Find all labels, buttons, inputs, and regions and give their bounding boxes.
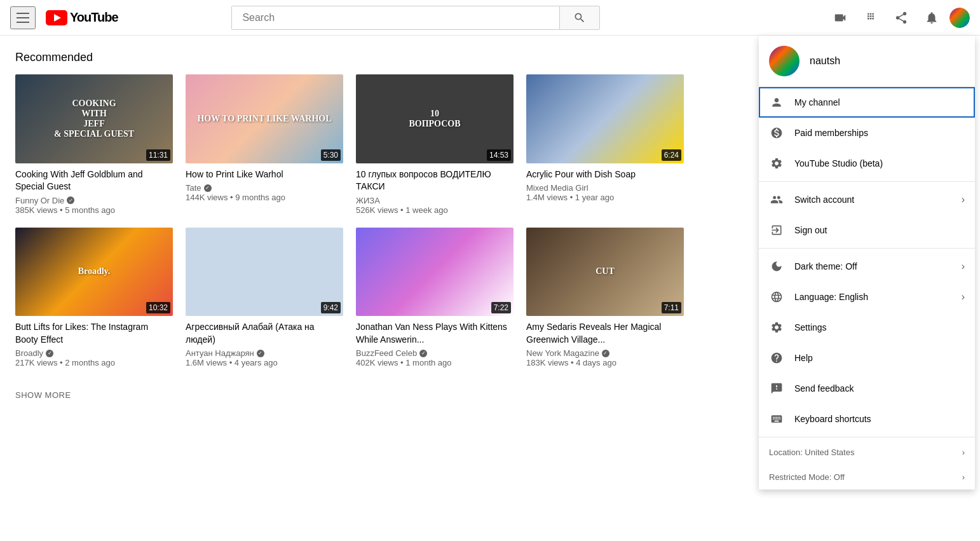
video-duration: 14:53 <box>487 149 511 161</box>
dropdown-item-sign-out[interactable]: Sign out <box>759 215 975 245</box>
dark-theme-chevron: › <box>962 261 965 272</box>
video-title: Jonathan Van Ness Plays With Kittens Whi… <box>356 321 514 346</box>
video-channel: Tate ✓ <box>186 183 343 193</box>
studio-label: YouTube Studio (beta) <box>794 158 965 168</box>
video-title: Cooking With Jeff Goldblum and Special G… <box>15 168 173 193</box>
apps-button[interactable] <box>858 5 883 31</box>
video-card-2[interactable]: 10ВОПРОСОВ 14:53 10 глупых вопросов ВОДИ… <box>356 74 514 215</box>
video-duration: 10:32 <box>146 302 170 313</box>
video-channel: ЖИЗА <box>356 196 514 205</box>
my-channel-icon <box>769 95 784 110</box>
video-card-4[interactable]: Broadly. 10:32 Butt Lifts for Likes: The… <box>15 228 173 368</box>
upload-icon <box>833 11 847 25</box>
dropdown-item-settings[interactable]: Settings <box>759 312 975 343</box>
studio-icon <box>769 156 784 171</box>
verified-badge: ✓ <box>602 350 609 357</box>
dropdown-item-keyboard-shortcuts[interactable]: Keyboard shortcuts <box>759 404 975 410</box>
video-thumbnail: HOW TO PRINT LIKE WARHOL 5:30 <box>186 74 343 163</box>
dropdown-menu: nautsh My channel Paid memberships YouTu… <box>759 36 975 410</box>
youtube-logo-text: YouTube <box>70 10 118 25</box>
video-thumbnail: 6:24 <box>526 74 684 163</box>
video-thumbnail: 7:22 <box>356 228 514 317</box>
video-meta: 217K views • 2 months ago <box>15 358 173 367</box>
video-thumbnail: 9:42 <box>186 228 343 317</box>
thumb-overlay-text <box>186 228 343 317</box>
avatar-button[interactable] <box>949 8 970 28</box>
video-title: Агрессивный Алабай (Атака на людей) <box>186 321 343 346</box>
switch-account-chevron: › <box>962 194 965 205</box>
dropdown-item-paid-memberships[interactable]: Paid memberships <box>759 118 975 148</box>
video-duration: 5:30 <box>321 149 341 161</box>
dark-theme-icon <box>769 259 784 274</box>
dropdown-item-switch-account[interactable]: Switch account › <box>759 184 975 215</box>
video-card-6[interactable]: 7:22 Jonathan Van Ness Plays With Kitten… <box>356 228 514 368</box>
apps-icon <box>864 11 878 25</box>
dropdown-item-language[interactable]: Language: English › <box>759 282 975 312</box>
paid-memberships-label: Paid memberships <box>794 128 965 138</box>
switch-account-label: Switch account <box>794 195 951 205</box>
video-grid: COOKINGWITHJEFF& SPECIAL GUEST 11:31 Coo… <box>15 74 684 367</box>
video-meta: 1.4M views • 1 year ago <box>526 193 684 202</box>
dropdown-item-studio[interactable]: YouTube Studio (beta) <box>759 148 975 179</box>
video-duration: 6:24 <box>662 149 681 161</box>
video-info: Amy Sedaris Reveals Her Magical Greenwic… <box>526 321 684 367</box>
share-button[interactable] <box>888 5 914 31</box>
youtube-logo-icon <box>46 10 67 25</box>
video-info: Jonathan Van Ness Plays With Kittens Whi… <box>356 321 514 367</box>
dropdown-item-dark-theme[interactable]: Dark theme: Off › <box>759 251 975 282</box>
show-more-button[interactable]: SHOW MORE <box>15 380 71 410</box>
video-card-1[interactable]: HOW TO PRINT LIKE WARHOL 5:30 How to Pri… <box>186 74 343 215</box>
video-thumbnail: Broadly. 10:32 <box>15 228 173 317</box>
video-info: Cooking With Jeff Goldblum and Special G… <box>15 168 173 215</box>
send-feedback-label: Send feedback <box>794 383 965 394</box>
video-title: Acrylic Pour with Dish Soap <box>526 168 684 181</box>
dropdown-user-section: nautsh <box>759 36 975 87</box>
search-input[interactable] <box>231 6 559 30</box>
verified-badge: ✓ <box>419 350 427 357</box>
search-button[interactable] <box>559 6 600 30</box>
verified-badge: ✓ <box>67 196 74 204</box>
paid-memberships-icon <box>769 125 784 140</box>
video-channel: Funny Or Die ✓ <box>15 196 173 205</box>
youtube-logo[interactable]: YouTube <box>46 10 118 25</box>
video-channel: New York Magazine ✓ <box>526 348 684 358</box>
thumb-overlay-text: HOW TO PRINT LIKE WARHOL <box>186 74 343 163</box>
video-meta: 402K views • 1 month ago <box>356 358 514 367</box>
thumb-overlay-text: CUT <box>526 228 684 317</box>
hamburger-button[interactable] <box>10 6 36 29</box>
video-thumbnail: COOKINGWITHJEFF& SPECIAL GUEST 11:31 <box>15 74 173 163</box>
upload-button[interactable] <box>827 5 853 31</box>
share-icon <box>894 11 908 25</box>
dropdown-item-send-feedback[interactable]: Send feedback <box>759 373 975 404</box>
thumb-overlay-text <box>526 74 684 163</box>
help-icon <box>769 350 784 366</box>
dropdown-item-help[interactable]: Help <box>759 343 975 373</box>
video-duration: 7:22 <box>491 302 511 313</box>
video-info: 10 глупых вопросов ВОДИТЕЛЮ ТАКСИ ЖИЗА 5… <box>356 168 514 215</box>
avatar <box>949 8 970 28</box>
switch-account-icon <box>769 192 784 207</box>
video-title: Amy Sedaris Reveals Her Magical Greenwic… <box>526 321 684 346</box>
video-channel: Broadly ✓ <box>15 348 173 358</box>
dropdown-item-my-channel[interactable]: My channel <box>759 87 975 118</box>
bell-icon <box>925 11 939 25</box>
video-card-0[interactable]: COOKINGWITHJEFF& SPECIAL GUEST 11:31 Coo… <box>15 74 173 215</box>
video-card-7[interactable]: CUT 7:11 Amy Sedaris Reveals Her Magical… <box>526 228 684 368</box>
language-chevron: › <box>962 291 965 303</box>
header-right <box>827 5 970 31</box>
section-title: Recommended <box>15 51 684 64</box>
my-channel-label: My channel <box>794 97 965 107</box>
video-thumbnail: 10ВОПРОСОВ 14:53 <box>356 74 514 163</box>
header: YouTube <box>0 0 980 36</box>
main-content: Recommended COOKINGWITHJEFF& SPECIAL GUE… <box>0 36 699 410</box>
video-card-5[interactable]: 9:42 Агрессивный Алабай (Атака на людей)… <box>186 228 343 368</box>
verified-badge: ✓ <box>257 350 264 357</box>
video-thumbnail: CUT 7:11 <box>526 228 684 317</box>
language-icon <box>769 289 784 305</box>
video-info: Acrylic Pour with Dish Soap Mixed Media … <box>526 168 684 203</box>
video-meta: 385K views • 5 months ago <box>15 205 173 215</box>
sign-out-icon <box>769 223 784 238</box>
bell-button[interactable] <box>919 5 944 31</box>
video-card-3[interactable]: 6:24 Acrylic Pour with Dish Soap Mixed M… <box>526 74 684 215</box>
video-meta: 144K views • 9 months ago <box>186 193 343 202</box>
